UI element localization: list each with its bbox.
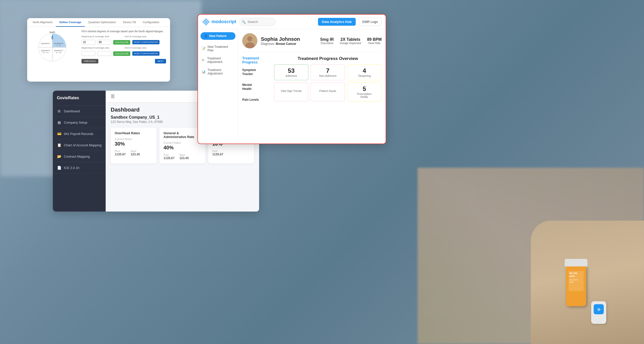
sidebar-item-ice[interactable]: 📄 ICE 2.0.1h [53, 162, 106, 174]
treatment-adj-icon-1: ⚙ [202, 58, 205, 62]
chart-mapping-icon: 📋 [57, 143, 61, 147]
menu-label-treatment-adj-2: Treatment Adjustment [208, 68, 234, 75]
avatar-svg [242, 33, 257, 48]
pc-label-adherent: Adherent [277, 74, 305, 77]
ice-icon: 📄 [57, 165, 61, 170]
company-setup-icon: ▦ [57, 120, 61, 125]
overhead-pool-value: 1135.67 [115, 153, 126, 156]
emr-logo-button[interactable]: EMR Logo [359, 18, 382, 26]
ga-rate-value: 40% [164, 145, 201, 151]
overhead-pool: Pool 1135.67 [115, 150, 126, 156]
sidebar-item-dashboard[interactable]: ⊞ Dashboard [53, 106, 106, 117]
payroll-icon: 💳 [57, 131, 61, 136]
menu-label-treatment-adj-1: Treatment Adjustment [207, 57, 234, 64]
sidebar-label-company-setup: Company Setup [64, 121, 87, 124]
analytics-hub-button[interactable]: Data Analytics Hub [318, 18, 356, 26]
emr-logo-text: modoscript [212, 19, 236, 24]
form-nav: PREVIOUS NEXT [82, 59, 166, 63]
fringe-pool: Pool 1135.67 [212, 150, 223, 156]
end-input-1[interactable] [97, 40, 111, 45]
logo-pre: modo [212, 19, 224, 24]
progress-grid: 53 Adherent 7 Non-Adherent 4 Tampering [274, 64, 382, 101]
svg-text:0 - 90: 0 - 90 [57, 45, 61, 46]
vital-value-hr: 89 BPM [367, 37, 382, 42]
tab-north-alignment[interactable]: North Alignment [29, 18, 56, 27]
menu-item-new-treatment[interactable]: 📝 New Treatment Plan [198, 43, 238, 54]
ga-pool: Pool 1135.67 [164, 154, 174, 160]
new-patient-button[interactable]: 👤 New Patient [200, 32, 235, 40]
row-label-pain: Pain Levels [242, 98, 270, 102]
overhead-rate-label: Current Rates [115, 137, 152, 141]
emr-body: 👤 New Patient 📝 New Treatment Plan ⚙ Tre… [198, 29, 386, 143]
coverage-form: Fill in desired degrees of coverage base… [77, 27, 170, 79]
begin-input-1[interactable] [82, 40, 95, 45]
govie-sidebar: GovieRates ⊞ Dashboard ▦ Company Setup 💳… [53, 91, 106, 212]
pc-label-patient-inputs: Patient Inputs [314, 89, 341, 92]
ga-base-label: Base [179, 154, 189, 156]
sidebar-item-chart-mapping[interactable]: 📋 Chart of Account Mapping [53, 140, 106, 151]
sidebar-item-company-setup[interactable]: ▦ Company Setup [53, 117, 106, 128]
calculate-btn-1[interactable]: CALCULATE [113, 40, 130, 45]
patient-name: Sophia Johnson [261, 36, 300, 42]
fringe-pool-value: 1135.67 [212, 153, 223, 156]
row-label-mental: MentalHealth [242, 83, 270, 91]
begin-label-1: Beginning of coverage area [82, 35, 123, 38]
sidebar-label-dashboard: Dashboard [64, 109, 80, 113]
progress-card-vital-trends: Vital Sign Trends [274, 82, 308, 101]
ga-title: General & Administrative Rate [164, 131, 201, 139]
vital-oxycodone: 5mg IR Oxycodone [320, 37, 334, 45]
ga-base: Base 123.45 [179, 154, 189, 160]
card-emr: modoscript 🔍 Data Analytics Hub EMR Logo… [197, 14, 386, 144]
begin-input-2[interactable] [82, 51, 95, 56]
menu-item-treatment-adj-2[interactable]: 📊 Treatment Adjustment [198, 66, 238, 78]
diagnosis-value: Breast Cancer [276, 42, 296, 46]
search-icon: 🔍 [242, 20, 246, 24]
tab-configuration[interactable]: Configuration [139, 18, 163, 27]
pc-label-refills: PrescriptionRefills [351, 92, 378, 98]
overhead-rate-row: Pool 1135.67 Base 123.45 [115, 150, 152, 156]
svg-point-21 [247, 36, 252, 41]
end-label-2: End of coverage area [125, 47, 166, 49]
treatment-adj-icon-2: 📊 [202, 70, 206, 74]
tab-device-tilt[interactable]: Device Tilt [119, 18, 139, 27]
pc-value-adherent: 53 [277, 67, 305, 74]
new-patient-label: New Patient [209, 34, 226, 38]
diagnosis-label: Diagnosis: [261, 42, 275, 46]
end-input-2[interactable] [97, 51, 111, 56]
ga-rate-row: Pool 1135.67 Base 123.45 [164, 154, 201, 160]
overview-title: Treatment Progress Overview [274, 56, 382, 61]
treatment-section: TreatmentProgress SymptomTracker MentalH… [242, 56, 382, 109]
form-instruction: Fill in desired degrees of coverage base… [82, 30, 166, 33]
sidebar-item-contract-mapping[interactable]: 📂 Contract Mapping [53, 151, 106, 162]
svg-text:Quadrant A: Quadrant A [41, 43, 50, 45]
treatment-overview: Treatment Progress Overview 53 Adherent … [274, 56, 382, 109]
vital-value-dosage: 2X Tablets [340, 37, 361, 42]
calculate-btn-2[interactable]: CALCULATE [113, 51, 130, 56]
sidebar-label-contract-mapping: Contract Mapping [64, 155, 90, 158]
progress-card-tampering: 4 Tampering [347, 64, 382, 80]
previous-button[interactable]: PREVIOUS [82, 59, 98, 63]
coverage-row-1: Beginning of coverage area End of covera… [82, 35, 166, 38]
pc-value-refills: 5 [351, 85, 378, 92]
rate-card-overhead: OverHead Rates Current Rates 30% Pool 11… [111, 128, 156, 163]
emr-content: Sophia Johnson Diagnosis: Breast Cancer … [238, 29, 386, 143]
reset-btn-1[interactable]: RESET CONFIGURATION [132, 40, 159, 44]
dashboard-icon: ⊞ [57, 109, 61, 113]
pc-label-vital-trends: Vital Sign Trends [277, 89, 305, 92]
menu-item-treatment-adj-1[interactable]: ⚙ Treatment Adjustment [198, 54, 238, 66]
hamburger-menu[interactable]: ☰ [111, 94, 115, 99]
svg-text:Quadrant C: Quadrant C [54, 50, 63, 52]
svg-text:Quadrant B: Quadrant B [54, 43, 63, 45]
reset-btn-2[interactable]: RESET CONFIGURATION [132, 51, 159, 56]
overhead-base: Base 123.45 [131, 150, 140, 156]
next-button[interactable]: NEXT [155, 59, 166, 63]
sidebar-label-ice: ICE 2.0.1h [64, 166, 79, 170]
coverage-row-2: Beginning of coverage area End of covera… [82, 47, 166, 49]
treatment-progress-title: TreatmentProgress [242, 56, 270, 64]
vital-dosage: 2X Tablets Dosage Dispensed [340, 37, 361, 45]
sidebar-item-941-payroll[interactable]: 💳 941 Payroll Records [53, 128, 106, 140]
tab-define-coverage[interactable]: Define Coverage [56, 18, 85, 27]
card-alignment: North Alignment Define Coverage Quadrant… [27, 18, 170, 82]
fringe-pool-label: Pool [212, 150, 223, 153]
tab-quadrant-optimization[interactable]: Quadrant Optimization [85, 18, 119, 27]
